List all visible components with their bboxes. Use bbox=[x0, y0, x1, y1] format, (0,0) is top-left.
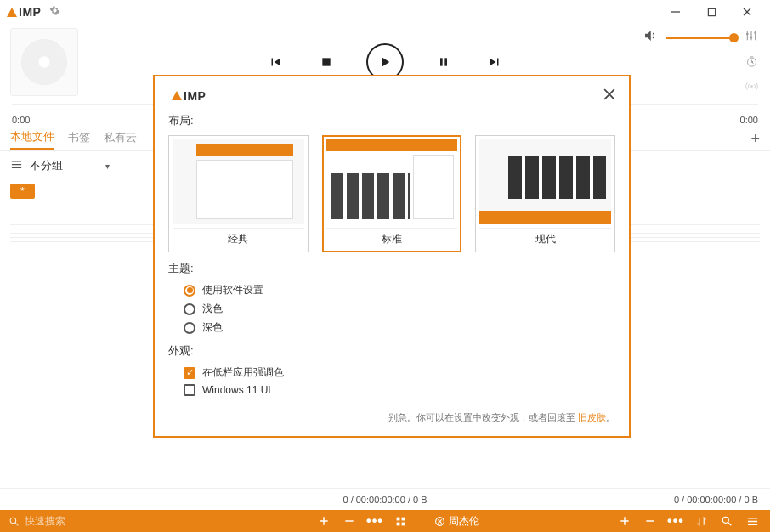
grid-view-button[interactable] bbox=[391, 512, 410, 530]
more-button-2[interactable]: ••• bbox=[666, 512, 685, 530]
app-name: IMP bbox=[19, 5, 41, 19]
layout-standard-label: 标准 bbox=[326, 228, 458, 248]
add-button-1[interactable] bbox=[314, 512, 333, 530]
total-time: 0:00 bbox=[740, 115, 758, 125]
option-accent-color[interactable]: ✓在低栏应用强调色 bbox=[184, 365, 615, 380]
close-icon bbox=[603, 88, 615, 100]
add-tab-button[interactable]: + bbox=[750, 130, 760, 148]
layout-modern-label: 现代 bbox=[479, 228, 611, 248]
tab-local-files[interactable]: 本地文件 bbox=[10, 129, 54, 150]
theme-dark[interactable]: 深色 bbox=[184, 320, 615, 335]
status-left: 0 / 00:00:00:00 / 0 B bbox=[343, 495, 427, 505]
old-skin-link[interactable]: 旧皮肤 bbox=[578, 412, 606, 422]
dialog-logo: IMP bbox=[172, 89, 206, 103]
status-right: 0 / 00:00:00:00 / 0 B bbox=[674, 495, 758, 505]
album-art[interactable] bbox=[10, 28, 78, 96]
radio-icon bbox=[184, 285, 195, 297]
logo-triangle-icon bbox=[172, 91, 182, 100]
radio-icon bbox=[184, 303, 195, 315]
sort-button[interactable] bbox=[692, 512, 711, 530]
remove-button-2[interactable] bbox=[641, 512, 660, 530]
svg-rect-16 bbox=[396, 522, 399, 525]
bottom-toolbar: ••• 周杰伦 ••• bbox=[0, 510, 770, 532]
theme-software-setting[interactable]: 使用软件设置 bbox=[184, 283, 615, 297]
playlist-name: 周杰伦 bbox=[449, 514, 479, 529]
layout-classic[interactable]: 经典 bbox=[168, 135, 309, 252]
app-logo: IMP bbox=[7, 5, 41, 19]
chevron-down-icon: ▾ bbox=[105, 161, 110, 171]
option-windows11-ui[interactable]: Windows 11 UI bbox=[184, 384, 615, 396]
next-button[interactable] bbox=[484, 51, 506, 73]
svg-point-11 bbox=[750, 85, 753, 88]
menu-button[interactable] bbox=[743, 512, 762, 530]
tab-bookmarks[interactable]: 书签 bbox=[68, 130, 90, 149]
radio-icon bbox=[184, 322, 195, 334]
svg-line-13 bbox=[15, 523, 18, 525]
gear-icon bbox=[49, 5, 60, 16]
more-button-1[interactable]: ••• bbox=[365, 512, 384, 530]
svg-rect-14 bbox=[396, 517, 399, 520]
theme-section-label: 主题: bbox=[168, 261, 615, 276]
search-input[interactable] bbox=[25, 515, 152, 527]
volume-control bbox=[643, 28, 758, 47]
search-button[interactable] bbox=[717, 512, 736, 530]
equalizer-button[interactable] bbox=[745, 29, 758, 46]
minimize-button[interactable] bbox=[668, 4, 683, 20]
checkbox-icon bbox=[184, 384, 195, 396]
svg-rect-1 bbox=[708, 8, 715, 15]
pause-button[interactable] bbox=[433, 51, 455, 73]
play-icon bbox=[377, 54, 393, 70]
settings-button[interactable] bbox=[49, 5, 60, 19]
appearance-section-label: 外观: bbox=[168, 343, 615, 359]
playlist-indicator[interactable]: 周杰伦 bbox=[434, 514, 479, 529]
svg-point-12 bbox=[10, 518, 16, 524]
search-icon bbox=[8, 516, 20, 527]
dialog-header: IMP bbox=[168, 87, 615, 105]
filter-chip[interactable]: * bbox=[10, 184, 35, 199]
logo-triangle-icon bbox=[7, 8, 17, 17]
appearance-dialog: IMP 布局: 经典 标准 现代 主题: 使用软件设置 浅色 深色 外观: ✓在… bbox=[153, 75, 631, 438]
svg-line-20 bbox=[728, 523, 732, 526]
layout-standard[interactable]: 标准 bbox=[322, 135, 462, 252]
svg-point-19 bbox=[722, 517, 728, 523]
dialog-app-name: IMP bbox=[184, 89, 206, 103]
svg-rect-17 bbox=[401, 522, 405, 525]
close-circle-icon bbox=[434, 516, 445, 527]
svg-rect-6 bbox=[444, 58, 447, 65]
right-controls bbox=[643, 28, 770, 96]
current-time: 0:00 bbox=[12, 115, 30, 125]
svg-rect-4 bbox=[322, 58, 330, 65]
svg-rect-15 bbox=[401, 517, 405, 520]
maximize-button[interactable] bbox=[704, 4, 719, 20]
list-menu-button[interactable] bbox=[10, 158, 23, 174]
svg-point-9 bbox=[754, 31, 756, 34]
stop-button[interactable] bbox=[315, 51, 337, 73]
close-button[interactable] bbox=[739, 4, 755, 20]
layout-classic-label: 经典 bbox=[173, 228, 304, 248]
layout-classic-preview bbox=[173, 139, 304, 224]
window-controls bbox=[668, 4, 767, 20]
previous-button[interactable] bbox=[264, 51, 286, 73]
layout-modern[interactable]: 现代 bbox=[475, 135, 615, 252]
layout-section-label: 布局: bbox=[168, 113, 615, 128]
tab-private-cloud[interactable]: 私有云 bbox=[104, 130, 137, 149]
volume-slider[interactable] bbox=[666, 37, 736, 39]
svg-rect-5 bbox=[440, 58, 443, 65]
group-dropdown[interactable]: 不分组 ▾ bbox=[30, 158, 110, 173]
layout-standard-preview bbox=[326, 139, 458, 224]
remove-button-1[interactable] bbox=[340, 512, 359, 530]
footer-text-suffix: 。 bbox=[606, 412, 615, 422]
dialog-close-button[interactable] bbox=[603, 87, 615, 105]
group-label: 不分组 bbox=[30, 158, 63, 173]
svg-point-8 bbox=[750, 37, 753, 39]
theme-light[interactable]: 浅色 bbox=[184, 302, 615, 316]
layout-modern-preview bbox=[479, 139, 611, 224]
volume-knob[interactable] bbox=[729, 33, 739, 42]
title-bar: IMP bbox=[0, 0, 770, 24]
footer-text-prefix: 别急。你可以在设置中改变外观，或者回滚至 bbox=[388, 412, 578, 422]
speaker-icon[interactable] bbox=[643, 28, 658, 47]
broadcast-icon[interactable] bbox=[745, 80, 758, 96]
add-button-2[interactable] bbox=[615, 512, 634, 530]
search-box[interactable] bbox=[8, 515, 178, 527]
timer-button[interactable] bbox=[745, 55, 758, 71]
